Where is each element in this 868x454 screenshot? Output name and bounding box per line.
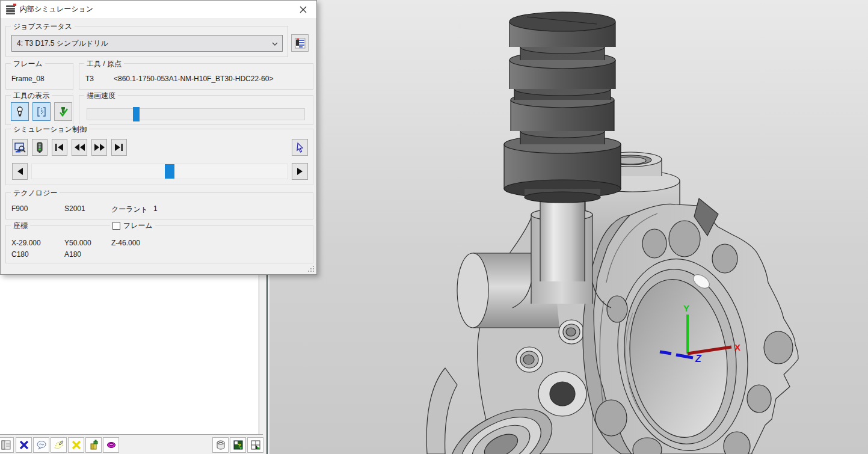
scroll-left-button[interactable]: [12, 163, 28, 180]
coordinates-group: 座標 フレーム X-29.000 Y50.000 Z-46.000 C180 A…: [5, 225, 313, 263]
tool-origin-label: 工具 / 原点: [84, 59, 124, 69]
coord-y: Y50.000: [64, 239, 91, 247]
stock-button[interactable]: [212, 437, 229, 453]
go-to-end-button[interactable]: [111, 139, 127, 156]
verify-grid-icon: ?: [233, 440, 244, 450]
report-button[interactable]: [0, 437, 14, 453]
single-step-button[interactable]: [32, 139, 48, 156]
simulation-icon: [6, 5, 16, 14]
go-to-start-button[interactable]: [52, 139, 67, 156]
tool-display-group: 工具の表示: [5, 95, 73, 125]
part-through-hole: [538, 372, 586, 416]
machine-shop-icon: [88, 440, 99, 450]
step-forward-button[interactable]: [91, 139, 107, 156]
holder-outline-icon: [36, 106, 47, 117]
delete-alt-button[interactable]: [68, 437, 84, 453]
coordinates-label: 座標: [11, 221, 30, 231]
tool-origin-group: 工具 / 原点 T3 <860.1-1750-053A1-NM-H10F_BT3…: [79, 63, 313, 90]
check-collision-button[interactable]: [54, 102, 72, 121]
job-status-label: ジョブステータス: [11, 22, 75, 32]
sketch-button[interactable]: [51, 437, 67, 453]
technology-label: テクノロジー: [11, 188, 60, 198]
coord-x: X-29.000: [11, 239, 41, 247]
collision-button[interactable]: [103, 437, 119, 453]
coolant-value: 1: [153, 204, 158, 213]
coolant-label: クーラント: [111, 204, 148, 215]
comment-bubble-icon: [36, 440, 47, 450]
frame-checkbox-wrap: フレーム: [110, 221, 155, 231]
simulate-screen-button[interactable]: [12, 139, 28, 156]
close-icon: [300, 6, 307, 13]
application-window: Y X Z ?: [0, 0, 868, 454]
layout-button[interactable]: [247, 437, 263, 453]
screw-check-icon: [58, 106, 69, 117]
frame-group: フレーム Frame_08: [5, 63, 73, 90]
bottom-toolbar: ?: [0, 434, 263, 454]
job-status-combobox[interactable]: 4: T3 D17.5 シンプルドリル: [11, 35, 283, 52]
skip-end-icon: [114, 144, 124, 151]
comment-button[interactable]: [33, 437, 49, 453]
frame-checkbox-label: フレーム: [123, 221, 153, 231]
triangle-right-icon: [297, 168, 303, 175]
draw-speed-label: 描画速度: [84, 91, 118, 101]
sim-control-label: シミュレーション制御: [11, 124, 89, 135]
delete-x-yellow-icon: [71, 440, 82, 450]
axis-z: [660, 352, 671, 354]
simulation-dialog: 内部シミュレーション ジョブステータス 4: T3 D17.5 シンプルドリル …: [0, 0, 317, 275]
cursor-pointer-icon: [295, 143, 304, 153]
forward-icon: [94, 144, 105, 151]
part-counterbore-hole: [516, 347, 543, 372]
axis-y-label: Y: [683, 303, 689, 313]
draw-speed-slider[interactable]: [87, 108, 305, 120]
frame-value: Frame_08: [11, 75, 45, 83]
delete-button[interactable]: [16, 437, 32, 453]
document-form-icon: [1, 440, 11, 450]
axis-x-label: X: [734, 342, 740, 352]
sketch-hatch-icon: [54, 440, 64, 450]
layout-grid-icon: [250, 440, 261, 450]
rewind-icon: [75, 144, 85, 151]
coord-a: A180: [64, 250, 81, 259]
sim-progress-bar[interactable]: [31, 164, 288, 179]
tool-icon: [14, 106, 25, 117]
monitor-magnifier-icon: [14, 142, 26, 153]
machine-button[interactable]: [85, 437, 102, 453]
coord-z: Z-46.000: [111, 239, 140, 247]
tool-drill-shank: [540, 190, 585, 281]
pick-position-button[interactable]: [292, 139, 308, 156]
skip-start-icon: [55, 144, 64, 151]
draw-speed-group: 描画速度: [79, 95, 313, 125]
torus-icon: [106, 440, 117, 450]
tool-display-label: 工具の表示: [11, 91, 52, 101]
job-status-group: ジョブステータス 4: T3 D17.5 シンプルドリル: [5, 26, 288, 57]
traffic-light-icon: [35, 142, 45, 153]
3d-viewport[interactable]: Y X Z: [269, 0, 868, 454]
resize-grip[interactable]: [307, 265, 314, 272]
stock-cylinder-icon: [215, 440, 226, 450]
technology-group: テクノロジー F900 S2001 クーラント 1: [5, 192, 313, 219]
triangle-left-icon: [17, 168, 23, 175]
step-back-button[interactable]: [72, 139, 87, 156]
axis-z-label: Z: [695, 354, 702, 364]
tool-name: <860.1-1750-053A1-NM-H10F_BT30-HDC22-60>: [114, 75, 273, 83]
spindle-value: S2001: [64, 204, 85, 213]
chevron-down-icon: [271, 40, 279, 48]
part-counterbore-hole: [559, 320, 584, 344]
sim-progress-thumb[interactable]: [165, 164, 174, 179]
verify-button[interactable]: ?: [230, 437, 246, 453]
draw-speed-thumb[interactable]: [133, 107, 140, 121]
sim-control-group: シミュレーション制御: [5, 129, 313, 185]
frame-checkbox[interactable]: [112, 222, 120, 230]
delete-x-blue-icon: [19, 440, 29, 450]
scroll-right-button[interactable]: [292, 163, 308, 180]
close-button[interactable]: [289, 1, 316, 18]
dialog-title: 内部シミュレーション: [20, 4, 93, 14]
show-tool-button[interactable]: [11, 102, 29, 121]
nc-program-button[interactable]: [291, 34, 309, 52]
coord-c: C180: [11, 250, 29, 259]
dialog-titlebar[interactable]: 内部シミュレーション: [1, 1, 316, 18]
nc-program-icon: [294, 37, 306, 49]
show-holder-button[interactable]: [32, 102, 51, 121]
frame-label: フレーム: [11, 59, 45, 69]
tool-number: T3: [85, 75, 94, 83]
